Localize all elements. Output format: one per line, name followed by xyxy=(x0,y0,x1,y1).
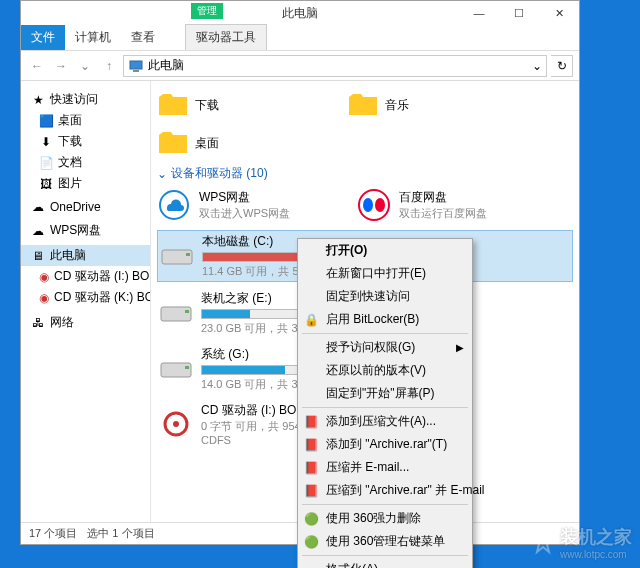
drive-icon xyxy=(160,242,194,270)
sidebar-item-documents[interactable]: 📄文档 xyxy=(21,152,150,173)
sidebar-cd-1[interactable]: ◉CD 驱动器 (I:) BONJ xyxy=(21,266,150,287)
titlebar: 管理 此电脑 — ☐ ✕ xyxy=(21,1,579,25)
tab-computer[interactable]: 计算机 xyxy=(65,25,121,50)
sidebar-this-pc[interactable]: 🖥此电脑 xyxy=(21,245,150,266)
section-devices[interactable]: ⌄ 设备和驱动器 (10) xyxy=(157,165,573,182)
context-menu-item[interactable]: 授予访问权限(G)▶ xyxy=(298,336,472,359)
menu-item-label: 添加到压缩文件(A)... xyxy=(326,413,436,430)
menu-item-label: 使用 360管理右键菜单 xyxy=(326,533,445,550)
menu-item-icon: 🟢 xyxy=(303,511,319,527)
minimize-button[interactable]: — xyxy=(459,1,499,25)
tab-file[interactable]: 文件 xyxy=(21,25,65,50)
svg-rect-8 xyxy=(161,307,191,321)
folder-music[interactable]: 音乐 xyxy=(347,89,507,121)
back-button[interactable]: ← xyxy=(27,56,47,76)
folder-icon xyxy=(347,89,379,121)
desktop-icon: 🟦 xyxy=(39,114,53,128)
disc-icon: ◉ xyxy=(39,291,49,305)
context-menu-item[interactable]: 固定到快速访问 xyxy=(298,285,472,308)
submenu-arrow-icon: ▶ xyxy=(456,342,464,353)
sidebar-cd-2[interactable]: ◉CD 驱动器 (K:) BON xyxy=(21,287,150,308)
nav-toolbar: ← → ⌄ ↑ 此电脑 ⌄ ↻ xyxy=(21,51,579,81)
folder-icon xyxy=(157,89,189,121)
address-path: 此电脑 xyxy=(148,57,184,74)
sidebar-item-pictures[interactable]: 🖼图片 xyxy=(21,173,150,194)
svg-point-13 xyxy=(173,421,179,427)
menu-item-label: 固定到"开始"屏幕(P) xyxy=(326,385,435,402)
menu-item-label: 固定到快速访问 xyxy=(326,288,410,305)
contextual-tab-group: 管理 xyxy=(191,3,223,19)
drive-icon xyxy=(159,410,193,438)
context-menu-item[interactable]: 格式化(A)... xyxy=(298,558,472,568)
svg-point-4 xyxy=(363,198,373,212)
menu-item-label: 启用 BitLocker(B) xyxy=(326,311,419,328)
sidebar-quick-access[interactable]: ★快速访问 xyxy=(21,89,150,110)
folders-grid: 下载 音乐 桌面 xyxy=(157,89,573,159)
selection-count: 选中 1 个项目 xyxy=(87,526,154,541)
sidebar-item-downloads[interactable]: ⬇下载 xyxy=(21,131,150,152)
drive-icon xyxy=(159,355,193,383)
svg-rect-1 xyxy=(133,70,139,72)
cloud-wps[interactable]: WPS网盘双击进入WPS网盘 xyxy=(157,188,337,222)
tab-drive-tools[interactable]: 驱动器工具 xyxy=(185,24,267,50)
menu-item-label: 在新窗口中打开(E) xyxy=(326,265,426,282)
forward-button[interactable]: → xyxy=(51,56,71,76)
svg-point-5 xyxy=(375,198,385,212)
menu-item-label: 格式化(A)... xyxy=(326,561,388,568)
menu-item-label: 压缩到 "Archive.rar" 并 E-mail xyxy=(326,482,485,499)
close-button[interactable]: ✕ xyxy=(539,1,579,25)
context-menu-item[interactable]: 还原以前的版本(V) xyxy=(298,359,472,382)
pic-icon: 🖼 xyxy=(39,177,53,191)
context-menu-item[interactable]: 📕添加到 "Archive.rar"(T) xyxy=(298,433,472,456)
context-menu-item[interactable]: 🔒启用 BitLocker(B) xyxy=(298,308,472,331)
menu-item-icon: 📕 xyxy=(303,483,319,499)
download-icon: ⬇ xyxy=(39,135,53,149)
svg-rect-7 xyxy=(186,253,190,256)
cloud-icon xyxy=(157,188,191,222)
context-menu-item[interactable]: 打开(O) xyxy=(298,239,472,262)
cloud-icon: ☁ xyxy=(31,200,45,214)
sidebar-wps[interactable]: ☁WPS网盘 xyxy=(21,220,150,241)
svg-rect-11 xyxy=(185,366,189,369)
sidebar-onedrive[interactable]: ☁OneDrive xyxy=(21,198,150,216)
address-bar[interactable]: 此电脑 ⌄ xyxy=(123,55,547,77)
menu-item-label: 使用 360强力删除 xyxy=(326,510,421,527)
sidebar-item-desktop[interactable]: 🟦桌面 xyxy=(21,110,150,131)
cloud-baidu[interactable]: 百度网盘双击运行百度网盘 xyxy=(357,188,537,222)
doc-icon: 📄 xyxy=(39,156,53,170)
context-menu-item[interactable]: 📕压缩并 E-mail... xyxy=(298,456,472,479)
menu-item-icon: 📕 xyxy=(303,437,319,453)
menu-item-icon: 🟢 xyxy=(303,534,319,550)
address-dropdown-icon[interactable]: ⌄ xyxy=(532,59,542,73)
context-menu-item[interactable]: 🟢使用 360强力删除 xyxy=(298,507,472,530)
context-menu-item[interactable]: 在新窗口中打开(E) xyxy=(298,262,472,285)
svg-rect-6 xyxy=(162,250,192,264)
context-menu-item[interactable]: 🟢使用 360管理右键菜单 xyxy=(298,530,472,553)
menu-item-label: 还原以前的版本(V) xyxy=(326,362,426,379)
menu-item-label: 添加到 "Archive.rar"(T) xyxy=(326,436,447,453)
cloud-row: WPS网盘双击进入WPS网盘 百度网盘双击运行百度网盘 xyxy=(157,188,573,222)
pc-icon: 🖥 xyxy=(31,249,45,263)
svg-rect-9 xyxy=(185,310,189,313)
context-menu: 打开(O)在新窗口中打开(E)固定到快速访问🔒启用 BitLocker(B)授予… xyxy=(297,238,473,568)
folder-icon xyxy=(157,127,189,159)
context-menu-item[interactable]: 📕添加到压缩文件(A)... xyxy=(298,410,472,433)
menu-item-icon: 🔒 xyxy=(303,312,319,328)
ribbon-tabs: 文件 计算机 查看 驱动器工具 xyxy=(21,25,579,51)
svg-rect-10 xyxy=(161,363,191,377)
folder-downloads[interactable]: 下载 xyxy=(157,89,317,121)
baidu-icon xyxy=(357,188,391,222)
tab-view[interactable]: 查看 xyxy=(121,25,165,50)
context-menu-item[interactable]: 固定到"开始"屏幕(P) xyxy=(298,382,472,405)
maximize-button[interactable]: ☐ xyxy=(499,1,539,25)
history-dropdown[interactable]: ⌄ xyxy=(75,56,95,76)
context-menu-item[interactable]: 📕压缩到 "Archive.rar" 并 E-mail xyxy=(298,479,472,502)
cloud-icon: ☁ xyxy=(31,224,45,238)
menu-item-label: 授予访问权限(G) xyxy=(326,339,415,356)
folder-desktop[interactable]: 桌面 xyxy=(157,127,317,159)
menu-item-icon: 📕 xyxy=(303,460,319,476)
refresh-button[interactable]: ↻ xyxy=(551,55,573,77)
disc-icon: ◉ xyxy=(39,270,49,284)
sidebar-network[interactable]: 🖧网络 xyxy=(21,312,150,333)
up-button[interactable]: ↑ xyxy=(99,56,119,76)
